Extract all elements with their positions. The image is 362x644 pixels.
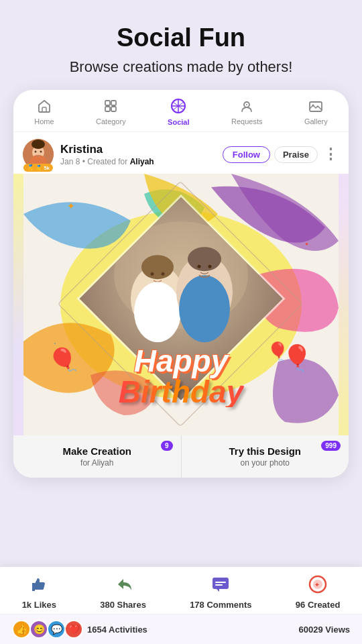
svg-rect-2 <box>111 101 116 105</box>
user-badge: 🥇🥇 5k <box>23 164 53 172</box>
act-icon-1: 👍 <box>12 620 31 639</box>
views-text: 60029 Views <box>299 625 350 635</box>
nav-category[interactable]: Category <box>90 97 131 127</box>
svg-rect-4 <box>111 107 116 111</box>
sparkle-2: ✦ <box>274 211 282 221</box>
nav-category-label: Category <box>96 117 126 125</box>
birthday-word: Birthday <box>119 376 244 407</box>
created-label: 96 Created <box>296 600 340 610</box>
nav-social-label: Social <box>168 118 189 126</box>
page-title: Social Fun <box>13 24 349 52</box>
page-subtitle: Browse creations made by others! <box>13 58 349 77</box>
nav-requests-label: Requests <box>231 117 262 125</box>
activities-row: 👍 😊 💬 ❤️ 1654 Activities 60029 Views <box>0 614 362 644</box>
svg-point-17 <box>35 151 37 153</box>
svg-point-19 <box>32 140 45 149</box>
likes-icon <box>28 574 50 598</box>
happy-text: Happy <box>134 343 229 378</box>
comments-stat[interactable]: 178 Comments <box>190 574 251 610</box>
created-for-name: Aliyah <box>130 157 154 166</box>
home-icon <box>37 99 52 116</box>
try-design-button[interactable]: 999 Try this Design on your photo <box>182 435 349 478</box>
balloon-small: 🎈 <box>266 340 290 363</box>
post-card: Home Category <box>13 90 349 478</box>
make-btn-sub: for Aliyah <box>80 458 113 469</box>
make-badge: 9 <box>161 441 173 451</box>
page-container: Social Fun Browse creations made by othe… <box>0 0 362 478</box>
try-btn-main: Try this Design <box>229 445 301 458</box>
act-icon-3: 💬 <box>47 620 66 639</box>
stats-bar: 1k Likes 380 Shares <box>0 567 362 644</box>
created-for-label: Created for <box>87 157 127 166</box>
nav-requests[interactable]: Requests <box>226 97 267 127</box>
svg-point-18 <box>40 151 42 153</box>
header-section: Social Fun Browse creations made by othe… <box>0 0 362 90</box>
bottom-nav: Home Category <box>13 90 349 132</box>
user-row: 🥇🥇 5k Kristina Jan 8 • Created for Aliya… <box>13 132 349 174</box>
social-icon <box>170 98 186 117</box>
post-date: Jan 8 <box>60 157 80 166</box>
requests-icon <box>239 99 254 116</box>
creation-image: 🎈 🎈 🎈 Happy Birthday ✦ ✦ · ● <box>13 174 349 435</box>
act-icon-2: 😊 <box>29 620 48 639</box>
activities-left: 👍 😊 💬 ❤️ 1654 Activities <box>12 620 147 639</box>
nav-gallery-label: Gallery <box>304 117 328 125</box>
user-name: Kristina <box>60 143 216 156</box>
created-stat[interactable]: ✦ 96 Created <box>296 574 340 610</box>
nav-gallery[interactable]: Gallery <box>299 97 333 127</box>
category-icon <box>103 99 118 116</box>
sparkle-1: ✦ <box>67 201 75 211</box>
birthday-text: Happy Birthday <box>119 345 244 407</box>
comments-icon <box>210 574 231 598</box>
svg-rect-0 <box>42 107 46 112</box>
sparkle-4: ● <box>305 241 308 247</box>
nav-social[interactable]: Social <box>162 97 194 127</box>
svg-point-30 <box>134 282 181 343</box>
svg-point-11 <box>246 104 247 105</box>
shares-label: 380 Shares <box>100 600 146 610</box>
user-sub: Jan 8 • Created for Aliyah <box>60 157 216 166</box>
svg-rect-3 <box>105 107 110 111</box>
svg-text:✦: ✦ <box>314 582 320 588</box>
praise-button[interactable]: Praise <box>274 146 318 163</box>
svg-rect-1 <box>105 101 110 105</box>
act-icon-4: ❤️ <box>64 620 83 639</box>
shares-stat[interactable]: 380 Shares <box>100 574 146 610</box>
likes-label: 1k Likes <box>22 600 56 610</box>
svg-rect-37 <box>213 578 229 589</box>
gallery-icon <box>308 99 323 116</box>
activity-icons: 👍 😊 💬 ❤️ <box>12 620 83 639</box>
svg-point-13 <box>312 105 314 107</box>
action-row: 9 Make Creation for Aliyah 999 Try this … <box>13 435 349 478</box>
make-creation-button[interactable]: 9 Make Creation for Aliyah <box>13 435 182 478</box>
nav-home[interactable]: Home <box>29 97 59 127</box>
user-info: Kristina Jan 8 • Created for Aliyah <box>60 143 216 166</box>
follow-button[interactable]: Follow <box>223 146 270 163</box>
stats-row: 1k Likes 380 Shares <box>0 567 362 614</box>
sparkle-3: · <box>54 337 56 348</box>
created-icon: ✦ <box>307 574 328 598</box>
activities-text: 1654 Activities <box>87 625 147 635</box>
nav-home-label: Home <box>34 117 54 125</box>
try-badge: 999 <box>321 441 341 451</box>
make-btn-main: Make Creation <box>62 445 131 458</box>
more-button[interactable]: ⋮ <box>322 147 339 162</box>
likes-stat[interactable]: 1k Likes <box>22 574 56 610</box>
user-actions: Follow Praise ⋮ <box>223 146 339 163</box>
comments-label: 178 Comments <box>190 600 251 610</box>
try-btn-sub: on your photo <box>241 458 290 469</box>
shares-icon <box>113 574 134 598</box>
svg-point-36 <box>179 276 230 343</box>
avatar-wrap: 🥇🥇 5k <box>23 139 54 170</box>
